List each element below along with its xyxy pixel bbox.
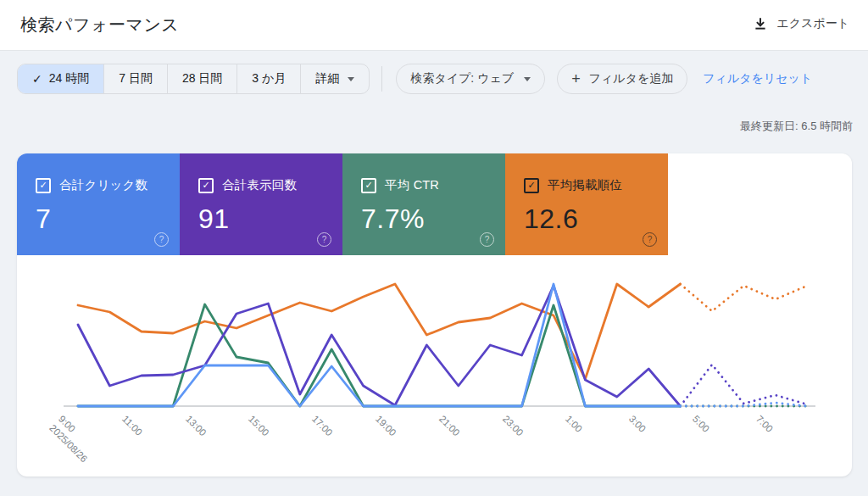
metric-label: 合計クリック数 [59, 177, 147, 193]
toolbar-divider [381, 66, 382, 92]
chart-line-ctr [78, 304, 681, 406]
chart-line-impressions [78, 286, 681, 406]
metric-card-impressions[interactable]: 合計表示回数91 [180, 153, 342, 255]
date-range-tabs: 24 時間7 日間28 日間3 か月詳細 [17, 64, 370, 94]
export-button[interactable]: エクスポート [749, 11, 853, 36]
date-range-label: 3 か月 [252, 71, 286, 86]
metric-value: 12.6 [524, 203, 668, 235]
metric-label: 合計表示回数 [222, 177, 297, 193]
search-type-filter[interactable]: 検索タイプ: ウェブ [396, 64, 545, 94]
header-bar: 検索パフォーマンス エクスポート [0, 0, 868, 51]
date-range-label: 24 時間 [49, 71, 89, 86]
date-range-label: 7 日間 [119, 71, 153, 86]
date-range-tab-5[interactable]: 詳細 [300, 64, 369, 93]
chevron-down-icon [524, 77, 531, 81]
metric-card-ctr[interactable]: 平均 CTR7.7% [342, 153, 505, 255]
metric-card-clicks[interactable]: 合計クリック数7 [17, 153, 180, 255]
toolbar: 24 時間7 日間28 日間3 か月詳細 検索タイプ: ウェブ フィルタを追加 … [17, 63, 853, 95]
checkbox-icon[interactable] [36, 178, 51, 193]
chart-line-position [78, 284, 681, 379]
metric-cards: 合計クリック数7合計表示回数91平均 CTR7.7%平均掲載順位12.6 [17, 153, 668, 255]
reset-filters-link[interactable]: フィルタをリセット [703, 71, 812, 86]
date-range-tab-3[interactable]: 28 日間 [167, 64, 236, 93]
metric-value: 91 [198, 203, 342, 235]
search-type-label: 検索タイプ: ウェブ [410, 71, 514, 86]
chart-line-position-projected [681, 284, 808, 311]
help-icon[interactable] [480, 232, 494, 247]
metric-label: 平均掲載順位 [548, 177, 622, 193]
help-icon[interactable] [317, 232, 331, 247]
date-range-label: 詳細 [315, 71, 339, 86]
help-icon[interactable] [643, 232, 657, 247]
performance-card: 9:002025/08/2611:0013:0015:0017:0019:002… [17, 153, 852, 476]
date-range-tab-1[interactable]: 24 時間 [18, 64, 103, 93]
checkbox-icon[interactable] [198, 178, 214, 193]
add-filter-label: フィルタを追加 [589, 71, 674, 86]
checkbox-icon[interactable] [524, 178, 539, 193]
last-updated-text: 最終更新日: 6.5 時間前 [740, 119, 853, 134]
chart-line-clicks [78, 284, 681, 406]
help-icon[interactable] [154, 232, 169, 247]
metric-value: 7.7% [361, 203, 505, 235]
checkbox-icon[interactable] [361, 178, 376, 193]
download-icon [753, 16, 768, 31]
chevron-down-icon [348, 77, 354, 81]
metric-card-position[interactable]: 平均掲載順位12.6 [505, 153, 668, 255]
chart-line-impressions-projected [681, 365, 808, 406]
date-range-tab-4[interactable]: 3 か月 [236, 64, 300, 93]
metric-value: 7 [36, 203, 180, 235]
search-performance-page: 検索パフォーマンス エクスポート 24 時間7 日間28 日間3 か月詳細 検索… [0, 0, 868, 496]
export-label: エクスポート [776, 16, 849, 31]
date-range-tab-2[interactable]: 7 日間 [103, 64, 167, 93]
metric-label: 平均 CTR [385, 177, 439, 193]
page-title: 検索パフォーマンス [20, 14, 179, 36]
add-filter-button[interactable]: フィルタを追加 [557, 64, 687, 94]
date-range-label: 28 日間 [182, 71, 222, 86]
plus-icon [571, 71, 581, 86]
